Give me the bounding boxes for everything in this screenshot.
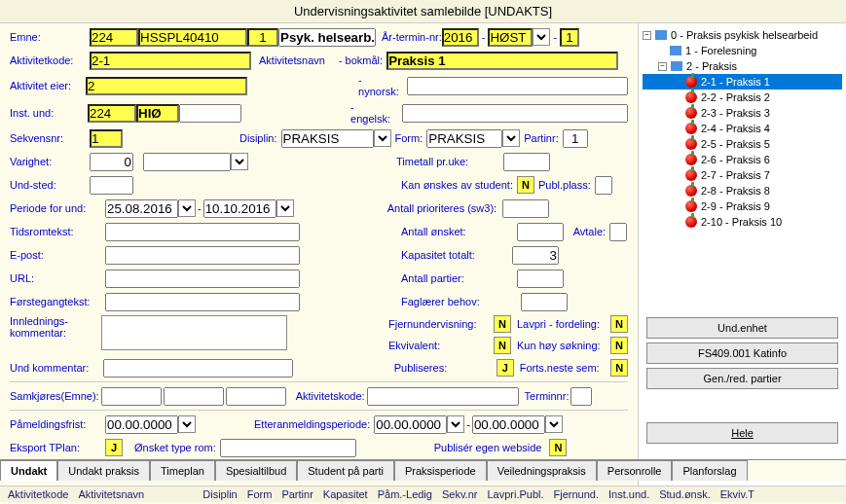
etter-end-input[interactable] [472,415,545,434]
instund-1-input[interactable] [88,104,136,123]
aktivitetkode-input[interactable] [90,52,251,70]
tab-timeplan[interactable]: Timeplan [150,460,215,481]
tab-student-pa-parti[interactable]: Student på parti [297,460,394,481]
lavpri-fordeling-flag[interactable]: N [610,315,628,333]
kun-hoy-sokning-flag[interactable]: N [610,337,628,354]
innlednings-kommentar-input[interactable] [101,315,287,350]
varighet-extra-input[interactable] [143,153,231,171]
und-sted-input[interactable] [90,176,133,195]
label-aktivitetsnavn: Aktivitetsnavn [259,54,325,66]
samkjores-1-input[interactable] [101,387,162,406]
gen-red-partier-button[interactable]: Gen./red. partier [646,368,838,389]
antall-partier-input[interactable] [517,270,564,288]
tree-leaf[interactable]: 2-10 - Praksis 10 [643,214,842,230]
tab-undakt-praksis[interactable]: Undakt praksis [57,460,150,481]
disiplin-input[interactable] [281,129,374,148]
emne-2-input[interactable] [138,28,247,47]
tab-veiledningspraksis[interactable]: Veiledningspraksis [487,460,597,481]
tree-node-2[interactable]: − 2 - Praksis [643,58,842,74]
navn-engelsk-input[interactable] [402,104,628,123]
tree-leaf[interactable]: 2-7 - Praksis 7 [643,167,842,183]
faglarer-behov-input[interactable] [521,293,568,311]
label-aktivitetkode: Aktivitetkode: [10,54,90,66]
tab-personrolle[interactable]: Personrolle [597,460,673,481]
tree-leaf[interactable]: 2-2 - Praksis 2 [643,90,842,105]
form-input[interactable] [426,129,502,148]
form-dropdown[interactable] [502,129,520,147]
onsket-type-rom-input[interactable] [220,439,356,457]
antall-prioriteres-input[interactable] [502,199,549,218]
avtale-input[interactable] [609,223,627,241]
tab-spesialtilbud[interactable]: Spesialtilbud [215,460,297,481]
disiplin-dropdown[interactable] [374,129,391,147]
termin-input[interactable] [488,28,533,47]
termin-nr-input[interactable] [560,28,579,47]
instund-3-input[interactable] [179,104,241,123]
und-kommentar-input[interactable] [103,359,293,378]
book-icon [670,46,681,55]
varighet-dropdown[interactable] [231,153,248,170]
publiseres-flag[interactable]: J [497,359,514,377]
partinr-input[interactable] [563,129,588,148]
hele-button[interactable]: Hele [646,422,838,444]
publ-plass-input[interactable] [595,176,612,195]
etter-start-input[interactable] [374,415,447,434]
periode-start-dropdown[interactable] [178,199,196,217]
aktivitetskode2-input[interactable] [367,387,519,406]
tree-node-1[interactable]: 1 - Forelesning [643,43,842,58]
column-headers: Aktivitetkode Aktivitetsnavn Disiplin Fo… [0,486,846,502]
tab-praksisperiode[interactable]: Praksisperiode [394,460,487,481]
katinfo-button[interactable]: FS409.001 Katinfo [646,342,838,364]
emne-1-input[interactable] [90,28,138,47]
samkjores-2-input[interactable] [164,387,224,406]
antall-onsket-input[interactable] [517,223,564,241]
ekvivalent-flag[interactable]: N [494,337,511,354]
navn-nynorsk-input[interactable] [407,77,628,95]
fjernundervisning-flag[interactable]: N [494,315,511,333]
label-innlednings: Innlednings- [10,315,68,327]
tree-leaf[interactable]: 2-1 - Praksis 1 [643,74,842,90]
tree-leaf[interactable]: 2-8 - Praksis 8 [643,183,842,198]
tidsromtekst-input[interactable] [105,223,300,241]
navn-bokmal-input[interactable] [386,52,618,70]
tree-leaf[interactable]: 2-4 - Praksis 4 [643,121,842,136]
collapse-icon[interactable]: − [658,62,667,71]
url-input[interactable] [105,270,300,288]
periode-start-input[interactable] [105,199,178,218]
kapasitet-totalt-input[interactable] [512,246,559,265]
publiser-egen-webside-flag[interactable]: N [549,439,567,456]
timetall-input[interactable] [503,153,550,171]
termin-dropdown[interactable] [533,28,550,46]
etter-start-dropdown[interactable] [447,415,464,433]
tree-leaf[interactable]: 2-5 - Praksis 5 [643,136,842,152]
pameldingsfrist-dropdown[interactable] [178,415,196,433]
tree-leaf[interactable]: 2-3 - Praksis 3 [643,105,842,121]
und-enhet-button[interactable]: Und.enhet [646,317,838,339]
emne-4-input[interactable] [278,28,376,47]
tab-planforslag[interactable]: Planforslag [672,460,747,481]
varighet-input[interactable] [90,153,133,171]
book-icon [655,30,667,40]
tree-leaf[interactable]: 2-9 - Praksis 9 [643,198,842,214]
periode-end-dropdown[interactable] [276,199,294,217]
forstegangtekst-input[interactable] [105,293,300,311]
periode-end-input[interactable] [203,199,276,218]
samkjores-3-input[interactable] [226,387,286,406]
forts-neste-sem-flag[interactable]: N [610,359,628,377]
etter-end-dropdown[interactable] [545,415,563,433]
tree-root[interactable]: − 0 - Praksis psykisk helsearbeid [643,27,842,43]
collapse-icon[interactable]: − [643,31,651,40]
sekvensnr-input[interactable] [90,129,123,148]
kan-onskes-flag[interactable]: N [517,176,534,194]
instund-2-input[interactable] [136,104,179,123]
terminnr-input[interactable] [570,387,592,406]
aktivitet-eier-input[interactable] [86,77,247,95]
tree-leaf[interactable]: 2-6 - Praksis 6 [643,152,842,167]
eksport-tplan-flag[interactable]: J [105,439,123,456]
emne-3-input[interactable] [247,28,278,47]
label-partinr: Partinr: [524,132,558,144]
pameldingsfrist-input[interactable] [105,415,178,434]
epost-input[interactable] [105,246,300,265]
ar-input[interactable] [442,28,479,47]
tab-undakt[interactable]: Undakt [0,460,57,481]
